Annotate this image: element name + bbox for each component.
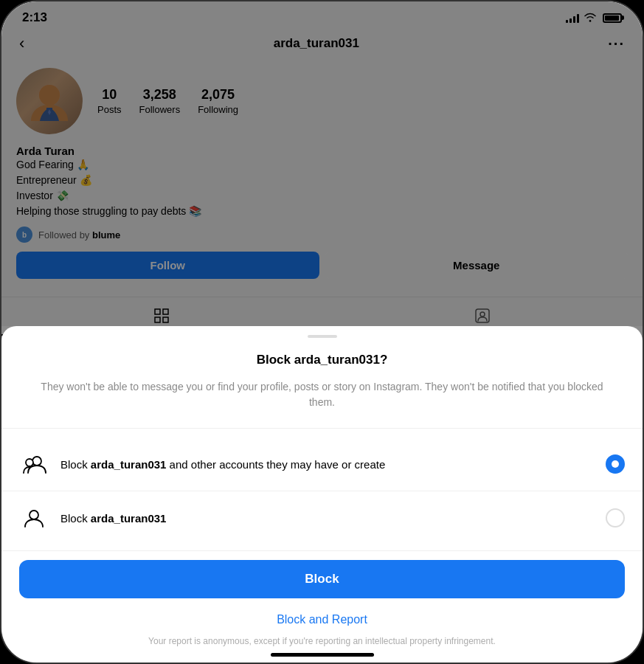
sheet-title: Block arda_turan031?	[1, 353, 643, 367]
multiple-accounts-icon	[19, 449, 49, 479]
block-option1-text: Block arda_turan031 and other accounts t…	[60, 457, 594, 472]
sheet-footnote: Your report is anonymous, except if you'…	[1, 635, 643, 648]
home-indicator	[271, 653, 374, 657]
svg-point-10	[32, 457, 41, 466]
radio-option2[interactable]	[606, 508, 625, 528]
single-account-icon	[19, 503, 49, 533]
svg-point-12	[30, 511, 38, 519]
sheet-handle	[308, 335, 337, 338]
radio-inner1	[612, 460, 619, 468]
radio-option1[interactable]	[606, 454, 625, 474]
block-report-button[interactable]: Block and Report	[1, 607, 643, 632]
phone-frame: 2:13 ‹ arda_turan031 ···	[0, 0, 644, 664]
block-sheet: Block arda_turan031? They won't be able …	[1, 326, 643, 663]
svg-point-11	[26, 459, 33, 466]
sheet-divider-top	[1, 428, 643, 429]
sheet-description: They won't be able to message you or fin…	[1, 379, 643, 410]
block-option-single[interactable]: Block arda_turan031	[1, 494, 643, 542]
block-option2-text: Block arda_turan031	[60, 511, 594, 526]
sheet-divider-middle	[1, 491, 643, 491]
block-button[interactable]: Block	[19, 560, 625, 598]
block-option-multiple[interactable]: Block arda_turan031 and other accounts t…	[1, 440, 643, 488]
sheet-divider-bottom	[1, 550, 643, 551]
